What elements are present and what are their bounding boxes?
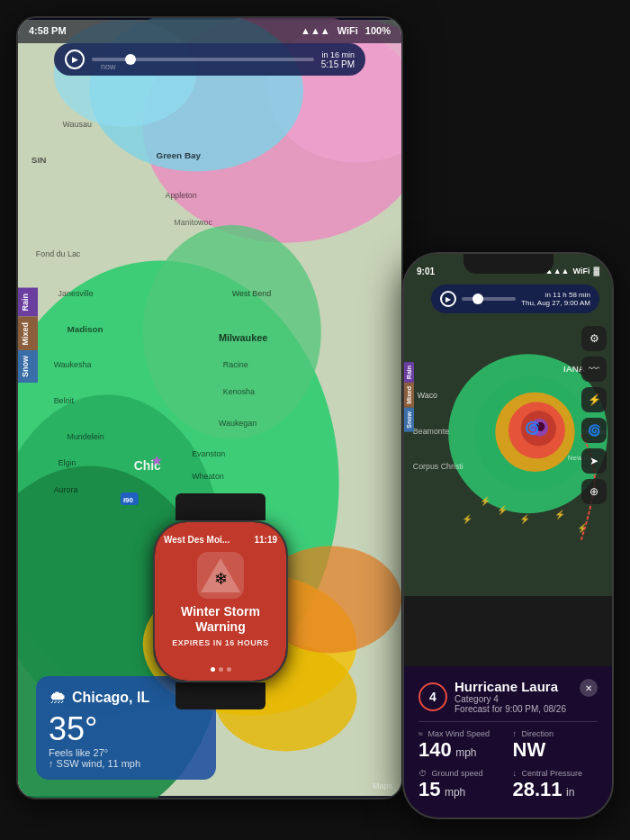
svg-text:Waukegan: Waukegan bbox=[219, 419, 256, 428]
phone-lightning-button[interactable]: ⚡ bbox=[581, 387, 607, 412]
stat-central-pressure-label: ↓ Central Pressure bbox=[513, 769, 598, 778]
svg-text:Green Bay: Green Bay bbox=[157, 150, 202, 160]
tablet-wind: ↑ SSW wind, 11 mph bbox=[49, 758, 203, 769]
phone-notch bbox=[464, 254, 554, 274]
hurricane-card-header: 4 Hurricane Laura Category 4 Forecast fo… bbox=[418, 679, 598, 714]
phone-side-legend: Rain Mixed Snow bbox=[404, 362, 414, 432]
svg-text:⚡: ⚡ bbox=[519, 513, 531, 525]
phone-playbar[interactable]: ▶ in 11 h 58 min Thu, Aug 27, 9:00 AM bbox=[431, 285, 599, 313]
watch-dot-2 bbox=[219, 667, 223, 672]
svg-text:★: ★ bbox=[150, 453, 163, 468]
tablet-progress-track[interactable] bbox=[92, 58, 314, 61]
tablet-legend-snow: Snow bbox=[18, 350, 38, 383]
stat-max-wind-label: ≈ Max Wind Speed bbox=[418, 729, 504, 738]
watch-band-top bbox=[176, 493, 266, 520]
svg-text:Wheaton: Wheaton bbox=[192, 472, 224, 481]
tablet-wifi-icon: WiFi bbox=[338, 25, 358, 36]
hurricane-forecast: Forecast for 9:00 PM, 08/26 bbox=[454, 704, 566, 714]
hurricane-divider bbox=[418, 721, 598, 722]
watch-dot-3 bbox=[227, 667, 231, 672]
svg-text:Appleton: Appleton bbox=[165, 191, 196, 200]
svg-text:⚡: ⚡ bbox=[554, 509, 566, 520]
phone-legend-snow: Snow bbox=[404, 408, 414, 432]
tablet-play-button[interactable]: ▶ bbox=[65, 50, 85, 69]
phone-layers-button[interactable]: ⚙ bbox=[581, 326, 607, 351]
tablet-status-bar: 4:58 PM ▲▲▲ WiFi 100% bbox=[18, 18, 401, 43]
stat-ground-speed-value: 15 bbox=[418, 778, 440, 800]
svg-text:⚡: ⚡ bbox=[462, 513, 473, 525]
tablet-legend-mixed: Mixed bbox=[18, 317, 38, 351]
phone-playbar-time: Thu, Aug 27, 9:00 AM bbox=[521, 299, 590, 307]
watch-location: West Des Moi... bbox=[164, 535, 230, 545]
watch-header: West Des Moi... 11:19 bbox=[164, 535, 277, 545]
phone-progress-thumb[interactable] bbox=[472, 294, 483, 304]
tablet-time-ahead: in 16 min bbox=[321, 50, 355, 59]
phone-overlay-button[interactable]: 〰 bbox=[581, 357, 607, 382]
hurricane-close-button[interactable]: ✕ bbox=[580, 679, 598, 697]
stat-central-pressure-unit: in bbox=[566, 786, 574, 799]
watch-time: 11:19 bbox=[254, 535, 277, 545]
svg-text:Wausau: Wausau bbox=[63, 120, 92, 129]
phone-hurricane-button[interactable]: 🌀 bbox=[581, 418, 607, 443]
phone-progress-track[interactable] bbox=[462, 297, 516, 301]
phone-legend-rain: Rain bbox=[404, 362, 414, 383]
phone-time-ahead: in 11 h 58 min bbox=[545, 291, 590, 299]
svg-text:SIN: SIN bbox=[32, 155, 46, 165]
tablet-playbar[interactable]: ▶ in 16 min 5:15 PM now bbox=[54, 43, 365, 76]
svg-text:Elgin: Elgin bbox=[58, 458, 76, 467]
tablet-side-legend: Rain Mixed Snow bbox=[18, 288, 38, 383]
stat-direction-label: ↑ Direction bbox=[513, 729, 598, 738]
watch-page-dots bbox=[211, 667, 231, 672]
direction-icon: ↑ bbox=[513, 729, 518, 738]
svg-text:⚡: ⚡ bbox=[480, 495, 491, 507]
stat-central-pressure: ↓ Central Pressure 28.11 in bbox=[513, 769, 598, 799]
hurricane-stats: ≈ Max Wind Speed 140 mph ↑ Direction NW … bbox=[418, 729, 598, 799]
svg-text:Beamonte: Beamonte bbox=[413, 427, 449, 436]
tablet-city: Chicago, IL bbox=[72, 690, 149, 706]
tablet-signal-icon: ▲▲▲ bbox=[301, 25, 330, 36]
phone-wifi-icon: WiFi bbox=[573, 266, 590, 275]
hurricane-category-badge: 4 bbox=[418, 682, 447, 711]
tablet-playbar-time: 5:15 PM bbox=[321, 59, 355, 69]
tablet-progress-thumb[interactable] bbox=[125, 54, 136, 65]
svg-text:Corpus Christi: Corpus Christi bbox=[413, 462, 464, 471]
svg-text:Beloit: Beloit bbox=[54, 396, 75, 405]
svg-text:🌀: 🌀 bbox=[525, 420, 541, 436]
svg-text:West Bend: West Bend bbox=[232, 289, 271, 298]
tablet-temperature: 35° bbox=[49, 711, 203, 747]
tablet-time: 4:58 PM bbox=[29, 25, 67, 36]
watch-icon-area: ❄ bbox=[197, 552, 244, 599]
tablet-feels-like: Feels like 27° bbox=[49, 747, 203, 758]
svg-text:Waco: Waco bbox=[418, 392, 437, 401]
stat-max-wind-unit: mph bbox=[455, 746, 476, 759]
svg-text:Madison: Madison bbox=[67, 324, 103, 334]
phone-time: 9:01 bbox=[417, 266, 435, 276]
hurricane-name: Hurricane Laura bbox=[454, 679, 566, 694]
svg-text:Milwaukee: Milwaukee bbox=[219, 332, 267, 343]
maps-attribution: Maps bbox=[373, 781, 392, 790]
wind-icon: ≈ bbox=[418, 729, 423, 738]
phone-device: 9:01 ▲▲▲ WiFi ▓ ⚡ ⚡ bbox=[402, 252, 614, 819]
watch-band-bottom bbox=[176, 682, 266, 709]
stat-max-wind: ≈ Max Wind Speed 140 mph bbox=[418, 729, 504, 760]
phone-toolbar: ⚙ 〰 ⚡ 🌀 ➤ ⊕ bbox=[581, 326, 607, 504]
watch-expires-label: EXPIRES IN 16 HOURS bbox=[172, 638, 269, 647]
tablet-now-label: now bbox=[101, 62, 116, 71]
phone-map-area[interactable]: ⚡ ⚡ ⚡ ⚡ ⚡ ⚡ Waco Beamonte IANA Jackson N… bbox=[404, 254, 612, 596]
hurricane-card: 4 Hurricane Laura Category 4 Forecast fo… bbox=[404, 666, 612, 817]
stat-central-pressure-value: 28.11 bbox=[513, 778, 562, 800]
hurricane-category-label: Category 4 bbox=[454, 694, 566, 704]
stat-ground-speed: ⏱ Ground speed 15 mph bbox=[418, 769, 504, 799]
tablet-battery: 100% bbox=[365, 25, 391, 36]
svg-text:Manitowoc: Manitowoc bbox=[174, 218, 212, 227]
tablet-legend-rain: Rain bbox=[18, 288, 38, 317]
svg-text:Evanston: Evanston bbox=[192, 449, 225, 458]
watch-warning-icon: ❄ bbox=[214, 569, 228, 589]
phone-legend-mixed: Mixed bbox=[404, 383, 414, 408]
phone-play-button[interactable]: ▶ bbox=[440, 291, 456, 307]
svg-text:Mundelein: Mundelein bbox=[67, 432, 104, 441]
svg-text:Janesville: Janesville bbox=[58, 289, 94, 298]
phone-location-button[interactable]: ➤ bbox=[581, 448, 607, 474]
phone-zoom-button[interactable]: ⊕ bbox=[581, 479, 607, 504]
speed-icon: ⏱ bbox=[418, 769, 427, 778]
